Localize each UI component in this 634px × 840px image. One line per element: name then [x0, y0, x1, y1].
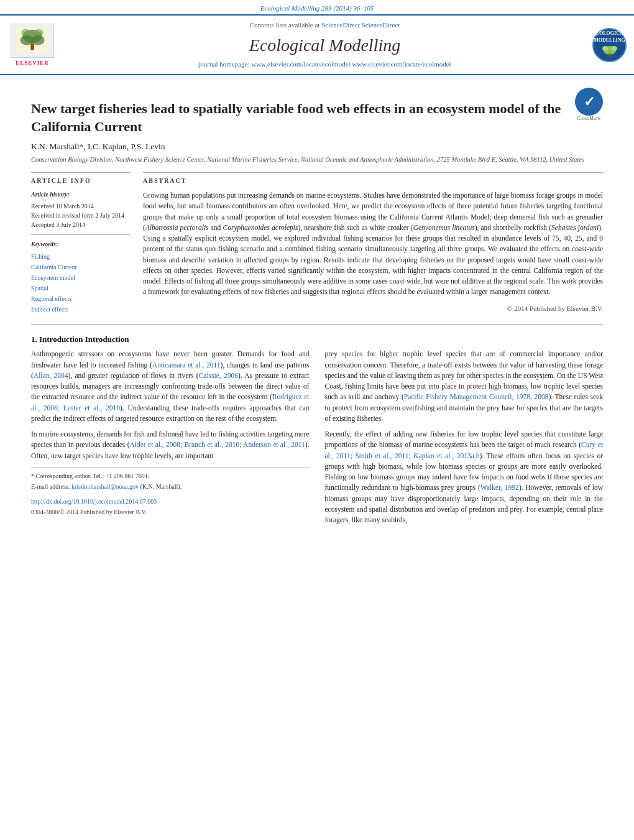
article-info-title: ARTICLE INFO [31, 177, 131, 185]
footnote-section: * Corresponding author. Tel.: +1 206 861… [31, 468, 310, 517]
abstract-text: Growing human populations put increasing… [143, 190, 603, 298]
article-info-abstract: ARTICLE INFO Article history: Received 1… [31, 172, 603, 315]
article-history-group: Article history: Received 18 March 2014 … [31, 190, 131, 235]
section-divider-1 [31, 324, 603, 325]
crossmark-badge[interactable]: ✓ [575, 88, 603, 116]
keyword-4: Spatial [31, 283, 131, 293]
badge-tree-icon [600, 45, 619, 58]
cite-cury: Cury et al., 2011; Smith et al., 2011; K… [325, 441, 603, 459]
issn-line: 0304-3800/© 2014 Published by Elsevier B… [31, 507, 310, 517]
title-row: New target fisheries lead to spatially v… [31, 91, 603, 141]
body-two-col: Anthropogenic stressors on ecosystems ha… [31, 349, 603, 530]
svg-point-10 [611, 46, 617, 51]
doi-link[interactable]: http://dx.doi.org/10.1016/j.ecolmodel.20… [31, 497, 310, 506]
cite-alder: Alder et al., 2008; Branch et al., 2010;… [130, 441, 305, 448]
affiliation: Conservation Biology Division, Northwest… [31, 155, 603, 165]
article-title: New target fisheries lead to spatially v… [31, 100, 563, 136]
cite-caissie: Caissie, 2006 [199, 372, 238, 379]
copyright-line: © 2014 Published by Elsevier B.V. [143, 304, 603, 313]
history-label: Article history: [31, 190, 131, 199]
cite-anticamara: Anticamara et al., 2011 [152, 361, 221, 369]
svg-point-5 [21, 29, 30, 36]
keyword-6: Indirect effects [31, 304, 131, 315]
keyword-1: Fishing [31, 251, 131, 262]
cite-pfmc: Pacific Fishery Management Council, 1978… [404, 393, 549, 400]
keywords-list: Fishing California Current Ecosystem mod… [31, 251, 131, 315]
homepage-line: journal homepage: www.elsevier.com/locat… [63, 60, 586, 69]
authors: K.N. Marshall*, I.C. Kaplan, P.S. Levin [31, 141, 603, 153]
keyword-2: California Current [31, 262, 131, 272]
accepted-date: Accepted 3 July 2014 [31, 220, 131, 229]
cite-rodriguez: Rodriguez et al., 2006; Lester et al., 2… [31, 393, 310, 411]
intro-para-2: In marine ecosystems, demands for fish a… [31, 429, 310, 461]
svg-text:✓: ✓ [584, 94, 595, 109]
homepage-url[interactable]: www.elsevier.com/locate/ecolmodel [251, 60, 350, 68]
sciencedirect-link[interactable]: ScienceDirect [321, 21, 360, 29]
elsevier-tree-icon [14, 28, 51, 53]
journal-badge: ECOLOGICAL MODELLING [592, 28, 627, 62]
revised-date: Received in revised form 2 July 2014 [31, 211, 131, 220]
right-para-1: prey species for higher trophic level sp… [325, 349, 604, 424]
contents-line: Contents lists available at ScienceDirec… [63, 21, 586, 30]
keyword-3: Ecosystem model [31, 272, 131, 283]
corresponding-footnote: * Corresponding author. Tel.: +1 206 861… [31, 472, 310, 481]
badge-icon: ECOLOGICAL MODELLING [592, 30, 627, 60]
cite-allan: Allan, 2004 [34, 372, 68, 379]
abstract-title: ABSTRACT [143, 177, 603, 185]
svg-rect-8 [609, 53, 611, 57]
cite-walker: Walker, 1992 [480, 484, 519, 491]
intro-heading: 1. Introduction Introduction [31, 334, 603, 345]
received-date: Received 18 March 2014 [31, 201, 131, 211]
email-link[interactable]: kristin.marshall@noaa.gov [71, 483, 139, 490]
abstract-column: ABSTRACT Growing human populations put i… [143, 172, 603, 315]
keyword-5: Regional effects [31, 293, 131, 304]
keywords-group: Keywords: Fishing California Current Eco… [31, 240, 131, 315]
journal-title: Ecological Modelling [63, 33, 586, 57]
sciencedirect-name: ScienceDirect [362, 21, 400, 29]
elsevier-logo-img [11, 24, 54, 58]
body-right-col: prey species for higher trophic level sp… [325, 349, 604, 530]
article-info-column: ARTICLE INFO Article history: Received 1… [31, 172, 131, 315]
body-left-col: Anthropogenic stressors on ecosystems ha… [31, 349, 310, 530]
intro-para-1: Anthropogenic stressors on ecosystems ha… [31, 349, 310, 424]
introduction-section: 1. Introduction Introduction Anthropogen… [31, 334, 603, 530]
journal-citation: Ecological Modelling 289 (2014) 96–105 [260, 4, 374, 12]
keywords-label: Keywords: [31, 240, 131, 249]
email-footnote: E-mail address: kristin.marshall@noaa.go… [31, 482, 310, 491]
elsevier-logo-container: ELSEVIER [7, 24, 57, 67]
svg-point-9 [602, 46, 609, 51]
svg-rect-4 [30, 44, 34, 50]
journal-top-bar: Ecological Modelling 289 (2014) 96–105 [0, 0, 634, 14]
right-para-2: Recently, the effect of adding new fishe… [325, 429, 604, 525]
journal-header: ELSEVIER Contents lists available at Sci… [0, 14, 634, 75]
crossmark-icon: ✓ [577, 90, 602, 114]
crossmark-label: CrossMark [577, 116, 601, 122]
header-middle: Contents lists available at ScienceDirec… [63, 21, 586, 69]
elsevier-text: ELSEVIER [16, 59, 49, 67]
crossmark-container: ✓ CrossMark [575, 88, 603, 122]
main-content: New target fisheries lead to spatially v… [0, 75, 634, 543]
svg-point-6 [35, 29, 44, 36]
